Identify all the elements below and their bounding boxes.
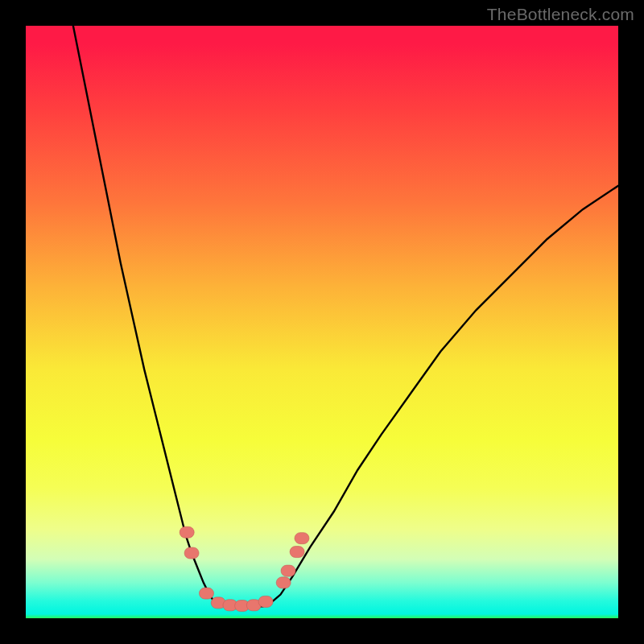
- marker-point: [184, 547, 199, 559]
- marker-point: [281, 565, 295, 576]
- bottleneck-curve: [73, 26, 618, 606]
- marker-point: [290, 547, 304, 558]
- marker-point: [258, 596, 273, 607]
- curve-layer: [26, 26, 618, 618]
- watermark-text: TheBottleneck.com: [487, 5, 634, 24]
- marker-point: [180, 526, 194, 538]
- marker-point: [276, 577, 291, 588]
- chart-frame: TheBottleneck.com: [0, 0, 644, 644]
- marker-point: [199, 588, 213, 599]
- plot-area: [26, 26, 618, 618]
- marker-point: [295, 533, 309, 544]
